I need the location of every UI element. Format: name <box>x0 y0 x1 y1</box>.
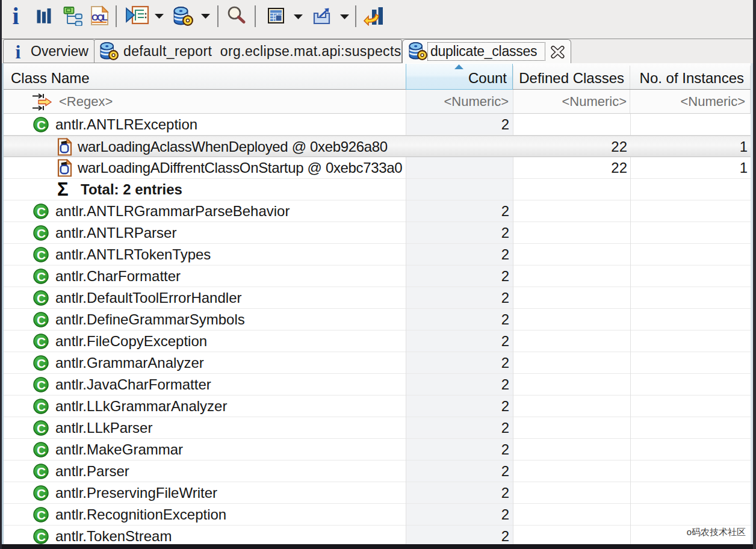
svg-text:C: C <box>37 205 46 219</box>
svg-text:C: C <box>37 335 46 349</box>
svg-text:C: C <box>37 421 46 435</box>
svg-text:C: C <box>37 248 46 262</box>
svg-text:C: C <box>37 465 46 479</box>
svg-text:C: C <box>37 226 46 240</box>
svg-text:C: C <box>37 270 46 284</box>
svg-text:C: C <box>37 443 46 457</box>
svg-text:C: C <box>37 530 46 544</box>
svg-text:C: C <box>37 400 46 414</box>
svg-text:C: C <box>37 291 46 305</box>
svg-text:C: C <box>37 508 46 522</box>
svg-text:C: C <box>37 313 46 327</box>
svg-text:C: C <box>37 486 46 500</box>
svg-text:C: C <box>37 378 46 392</box>
svg-text:OQL: OQL <box>91 12 108 22</box>
svg-text:C: C <box>37 118 46 132</box>
svg-text:C: C <box>37 356 46 370</box>
